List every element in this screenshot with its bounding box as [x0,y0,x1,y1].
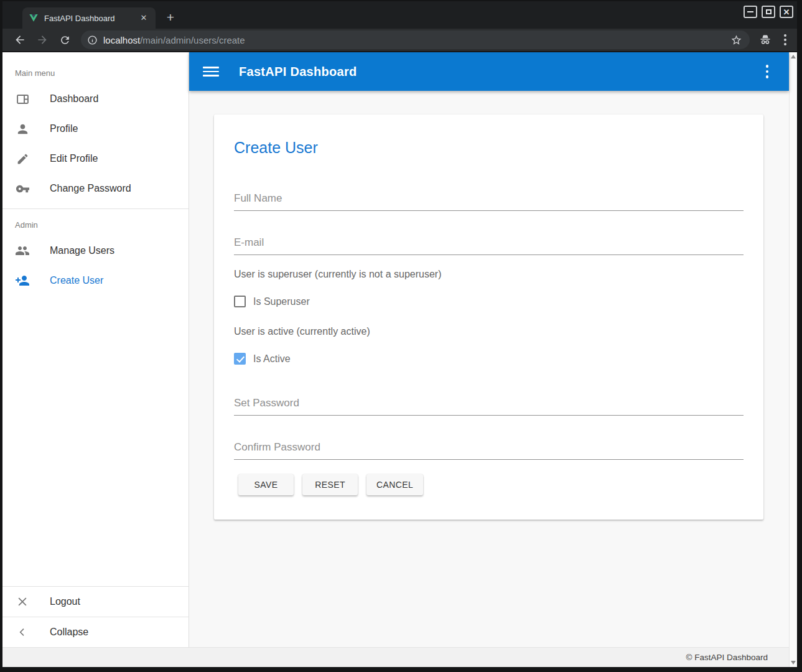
set-password-field[interactable] [234,396,744,416]
scroll-up-arrow-icon[interactable] [791,55,796,58]
key-icon [15,181,30,196]
sidebar-item-profile[interactable]: Profile [2,114,189,144]
window-close-button[interactable]: ✕ [780,6,793,18]
browser-toolbar: localhost/main/admin/users/create [2,29,797,52]
sidebar-item-collapse[interactable]: Collapse [2,617,189,647]
url-host: localhost [103,35,140,45]
is-active-checkbox-row[interactable]: Is Active [234,353,744,365]
confirm-password-field[interactable] [234,440,744,460]
tab-title: FastAPI Dashboard [44,14,138,23]
save-button[interactable]: SAVE [238,474,294,495]
toolbar-right [758,33,790,47]
sidebar-section-admin: Admin [2,214,189,236]
incognito-icon [758,33,772,47]
url-text: localhost/main/admin/users/create [103,35,730,45]
sidebar-item-label: Collapse [50,627,88,638]
new-tab-button[interactable]: + [162,9,179,27]
vue-logo-icon [29,13,39,23]
email-field[interactable] [234,235,744,255]
scroll-down-arrow-icon[interactable] [791,661,796,665]
sidebar-item-label: Edit Profile [50,153,98,164]
url-bar[interactable]: localhost/main/admin/users/create [81,30,750,49]
sidebar-item-dashboard[interactable]: Dashboard [2,84,189,114]
app-footer: © FastAPI Dashboard [2,647,789,667]
sidebar-item-label: Logout [50,596,80,607]
page-title: Create User [234,114,744,156]
sidebar-divider [2,208,189,209]
browser-tab-bar: FastAPI Dashboard ✕ + ✕ [2,1,797,29]
people-icon [15,243,30,258]
page-content: Create User User is superuser (currently… [189,91,789,647]
is-superuser-checkbox-row[interactable]: Is Superuser [234,296,744,307]
window-minimize-button[interactable] [744,6,757,18]
sidebar-item-edit-profile[interactable]: Edit Profile [2,144,189,174]
browser-menu-kebab-icon[interactable] [781,34,790,45]
reload-icon[interactable] [56,31,73,49]
close-x-icon [15,594,30,609]
copyright-text: © FastAPI Dashboard [686,653,768,662]
sidebar-section-main-menu: Main menu [2,52,189,84]
hamburger-menu-icon[interactable] [203,65,219,78]
forward-icon[interactable] [34,31,51,49]
window-maximize-button[interactable] [762,6,775,18]
checkbox-label: Is Active [253,353,291,365]
sidebar-item-label: Profile [50,123,78,134]
app-bar-kebab-icon[interactable] [763,65,772,78]
window-controls: ✕ [744,6,793,18]
reset-button[interactable]: RESET [302,474,358,495]
is-superuser-checkbox[interactable] [234,296,246,307]
superuser-hint: User is superuser (currently is not a su… [234,269,744,280]
browser-tab[interactable]: FastAPI Dashboard ✕ [22,7,156,29]
full-name-field[interactable] [234,191,744,211]
pencil-icon [15,151,30,166]
active-hint: User is active (currently active) [234,326,744,337]
is-active-checkbox[interactable] [234,353,246,365]
person-icon [15,121,30,136]
cancel-button[interactable]: CANCEL [366,474,423,495]
sidebar-item-label: Manage Users [50,245,114,256]
sidebar-item-change-password[interactable]: Change Password [2,174,189,203]
sidebar-item-manage-users[interactable]: Manage Users [2,236,189,266]
create-user-card: Create User User is superuser (currently… [214,114,763,520]
dashboard-icon [15,91,30,106]
chevron-left-icon [15,625,30,640]
vertical-scrollbar[interactable] [789,52,797,667]
site-info-icon[interactable] [87,35,98,45]
tab-close-icon[interactable]: ✕ [138,12,149,24]
sidebar: Main menu Dashboard [2,52,189,647]
browser-window: FastAPI Dashboard ✕ + ✕ localhost/main/a [2,1,797,667]
form-buttons: SAVE RESET CANCEL [234,474,744,495]
url-path: /main/admin/users/create [140,35,245,45]
checkbox-label: Is Superuser [253,296,310,307]
sidebar-item-label: Change Password [50,183,131,194]
app-bar: FastAPI Dashboard [189,52,789,91]
app-bar-title: FastAPI Dashboard [239,65,763,79]
bookmark-star-icon[interactable] [730,34,742,46]
sidebar-item-label: Create User [50,275,103,286]
sidebar-item-create-user[interactable]: Create User [2,266,189,296]
back-icon[interactable] [11,31,29,49]
person-add-icon [15,273,30,288]
sidebar-item-logout[interactable]: Logout [2,587,189,617]
sidebar-item-label: Dashboard [50,93,98,105]
